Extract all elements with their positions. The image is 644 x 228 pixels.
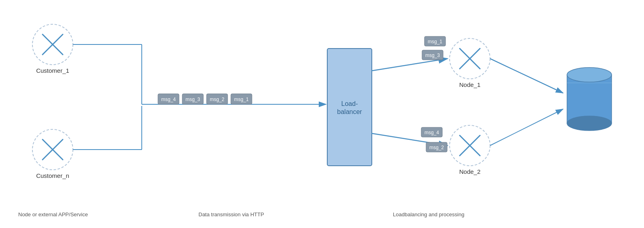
svg-text:msg_4: msg_4 [424, 130, 439, 135]
node1-label: Node_1 [459, 81, 481, 88]
diagram-container: Customer_1 Customer_n msg_4 msg_3 msg_2 … [0, 0, 644, 228]
svg-line-27 [490, 59, 563, 93]
svg-text:msg_4: msg_4 [161, 97, 176, 102]
database-bottom [567, 116, 612, 131]
svg-line-26 [490, 109, 563, 146]
legend3-text: Loadbalancing and processing [393, 211, 464, 217]
svg-line-15 [372, 59, 448, 71]
load-balancer-rect [327, 49, 372, 166]
database-top [567, 68, 612, 82]
legend1-text: Node or external APP/Service [18, 211, 88, 217]
lb-label: Load- [341, 100, 358, 107]
lb-label2: balancer [337, 108, 362, 115]
legend2-text: Data transmission via HTTP [198, 211, 264, 217]
svg-text:msg_2: msg_2 [210, 97, 224, 102]
node2-label: Node_2 [459, 168, 481, 175]
svg-text:msg_1: msg_1 [234, 97, 249, 102]
svg-text:msg_3: msg_3 [186, 97, 200, 102]
svg-text:msg_3: msg_3 [425, 53, 440, 58]
architecture-diagram: Customer_1 Customer_n msg_4 msg_3 msg_2 … [0, 0, 644, 228]
svg-text:msg_1: msg_1 [428, 39, 442, 44]
customer1-label: Customer_1 [36, 67, 69, 74]
customern-label: Customer_n [36, 172, 69, 179]
svg-text:msg_2: msg_2 [429, 145, 444, 150]
